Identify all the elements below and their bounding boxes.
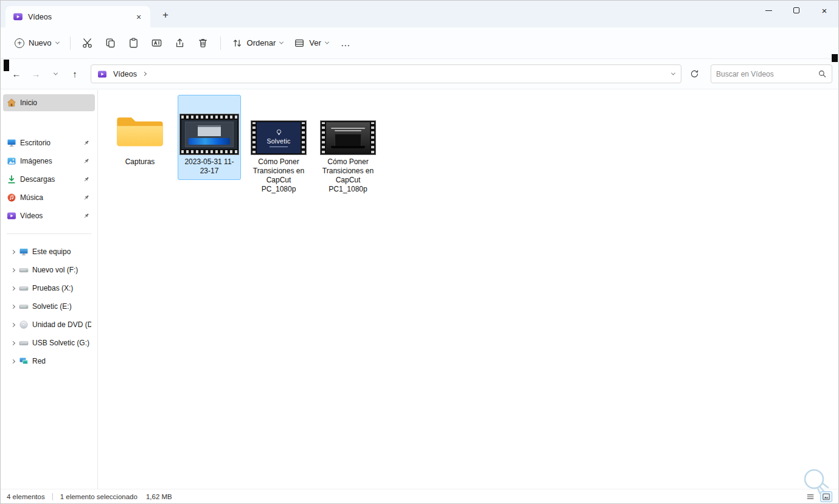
- sidebar-item-label: Red: [32, 357, 91, 365]
- more-options-button[interactable]: …: [334, 33, 357, 54]
- chevron-down-icon: [55, 40, 60, 44]
- sidebar-item-solvetic-e[interactable]: Solvetic (E:): [3, 298, 95, 315]
- selection-count: 1 elemento seleccionado: [60, 493, 138, 500]
- drive-icon: [19, 302, 32, 311]
- minimize-button[interactable]: [754, 1, 782, 20]
- address-dropdown-icon[interactable]: [671, 71, 675, 75]
- sidebar-item-inicio[interactable]: Inicio: [3, 94, 95, 111]
- video-thumbnail: [320, 120, 376, 155]
- video-thumbnail: Solvetic: [251, 120, 307, 155]
- share-button[interactable]: [169, 33, 192, 54]
- share-icon: [174, 37, 186, 49]
- file-tile-capcut-pc1[interactable]: Cómo Poner Transiciones en CapCut PC1_10…: [316, 95, 380, 198]
- chevron-down-icon: [53, 71, 57, 75]
- more-icon: …: [341, 38, 350, 49]
- expand-chevron-icon[interactable]: [7, 305, 19, 308]
- sidebar-item-escritorio[interactable]: Escritorio: [3, 134, 95, 151]
- sort-button[interactable]: Ordenar: [226, 33, 289, 53]
- expand-chevron-icon[interactable]: [7, 250, 19, 254]
- folder-icon: [114, 112, 166, 155]
- copy-button[interactable]: [99, 33, 122, 54]
- expand-chevron-icon[interactable]: [7, 342, 19, 345]
- file-tile-capturas[interactable]: Capturas: [108, 95, 172, 171]
- video-thumbnail: [179, 114, 239, 155]
- laptop-graphic: [335, 134, 361, 146]
- paste-icon: [128, 37, 139, 49]
- tab-title: Vídeos: [28, 13, 127, 21]
- maximize-button[interactable]: [782, 1, 810, 20]
- file-name: Capturas: [125, 157, 155, 167]
- sidebar-item-label: Música: [20, 193, 80, 202]
- view-button[interactable]: Ver: [288, 33, 334, 53]
- screenshot-artifact: [4, 60, 9, 71]
- delete-button[interactable]: [192, 33, 215, 54]
- sidebar-item-label: Inicio: [20, 98, 91, 107]
- item-count: 4 elementos: [7, 493, 45, 500]
- thumbnail-caption-bar: [335, 130, 361, 131]
- trash-icon: [197, 37, 209, 49]
- sidebar-item-usb-solvetic-g[interactable]: USB Solvetic (G:): [3, 334, 95, 351]
- thumbnail-caption-bar: [331, 128, 365, 129]
- file-name: 2023-05-31 11-23-17: [182, 157, 237, 176]
- new-button-label: Nuevo: [29, 38, 52, 47]
- tab-videos[interactable]: Vídeos ×: [5, 6, 150, 27]
- new-button[interactable]: + Nuevo: [9, 34, 64, 52]
- recent-locations-button[interactable]: [46, 64, 65, 84]
- paste-button[interactable]: [122, 33, 145, 54]
- search-icon[interactable]: [818, 69, 827, 78]
- close-button[interactable]: ×: [810, 1, 838, 20]
- network-icon: [19, 356, 32, 366]
- expand-chevron-icon[interactable]: [7, 287, 19, 290]
- sidebar-item-imagenes[interactable]: Imágenes: [3, 153, 95, 170]
- up-button[interactable]: ↑: [65, 64, 85, 84]
- cut-button[interactable]: [76, 33, 99, 54]
- file-name: Cómo Poner Transiciones en CapCut PC_108…: [251, 157, 306, 194]
- downloads-icon: [7, 174, 20, 184]
- address-bar[interactable]: Vídeos: [91, 64, 681, 83]
- sidebar-item-videos[interactable]: Vídeos: [3, 207, 95, 224]
- sidebar-item-este-equipo[interactable]: Este equipo: [3, 243, 95, 260]
- body: Inicio Escritorio Imágenes: [1, 90, 838, 489]
- details-view-button[interactable]: [804, 491, 816, 502]
- breadcrumb-chevron-icon[interactable]: [142, 72, 147, 76]
- maximize-icon: [793, 7, 799, 13]
- back-button[interactable]: ←: [7, 64, 26, 84]
- chevron-down-icon: [279, 40, 284, 44]
- sidebar-item-pruebas-x[interactable]: Pruebas (X:): [3, 280, 95, 297]
- minimize-icon: [765, 10, 772, 11]
- screenshot-artifact: [832, 54, 838, 62]
- tab-close-icon[interactable]: ×: [132, 10, 145, 24]
- pin-icon: [80, 194, 91, 202]
- large-icons-view-icon: [822, 492, 830, 501]
- sidebar-item-label: Solvetic (E:): [32, 302, 91, 311]
- navigation-pane: Inicio Escritorio Imágenes: [1, 90, 98, 489]
- view-icon: [294, 38, 305, 49]
- selection-size: 1,62 MB: [146, 493, 172, 500]
- breadcrumb-videos[interactable]: Vídeos: [112, 69, 138, 80]
- copy-icon: [105, 37, 116, 49]
- sidebar-item-label: Pruebas (X:): [32, 284, 91, 292]
- sidebar-item-unidad-dvd-d[interactable]: Unidad de DVD (D:): [3, 316, 95, 333]
- sidebar-separator: [7, 233, 91, 234]
- new-tab-button[interactable]: +: [156, 6, 175, 24]
- refresh-button[interactable]: [685, 65, 703, 83]
- sidebar-item-label: USB Solvetic (G:): [32, 339, 91, 347]
- thumbnail-logo-text: Solvetic: [266, 137, 290, 145]
- file-tile-capture-video[interactable]: 2023-05-31 11-23-17: [178, 95, 241, 180]
- forward-button[interactable]: →: [26, 64, 46, 84]
- search-input[interactable]: [716, 70, 818, 78]
- pin-icon: [80, 176, 91, 184]
- sidebar-item-descargas[interactable]: Descargas: [3, 171, 95, 188]
- expand-chevron-icon[interactable]: [7, 323, 19, 326]
- expand-chevron-icon[interactable]: [7, 360, 19, 363]
- sidebar-item-musica[interactable]: Música: [3, 189, 95, 206]
- expand-chevron-icon[interactable]: [7, 269, 19, 272]
- file-tile-capcut-pc[interactable]: Solvetic Cómo Poner Transiciones en CapC…: [247, 95, 310, 198]
- sidebar-item-nuevo-vol-f[interactable]: Nuevo vol (F:): [3, 261, 95, 278]
- rename-button[interactable]: [145, 33, 169, 54]
- large-icons-view-button[interactable]: [820, 491, 832, 502]
- toolbar-separator: [220, 36, 221, 50]
- sidebar-item-label: Escritorio: [20, 139, 80, 147]
- drive-icon: [19, 265, 32, 275]
- sidebar-item-red[interactable]: Red: [3, 353, 95, 370]
